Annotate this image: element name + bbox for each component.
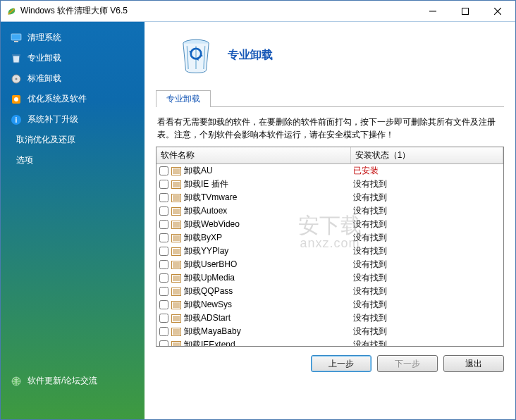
row-checkbox[interactable] — [159, 314, 168, 323]
col-status[interactable]: 安装状态（1） — [350, 147, 503, 164]
app-window: Windows 软件清理大师 V6.5 清理系统 专业卸载 标准卸载 优化系统及… — [0, 0, 516, 420]
software-name: 卸载QQPass — [184, 285, 233, 297]
svg-rect-45 — [172, 247, 181, 255]
row-checkbox[interactable] — [159, 273, 168, 283]
software-name: 卸载YYPlay — [184, 245, 228, 257]
sidebar-item-undo[interactable]: 取消优化及还原 — [1, 130, 145, 150]
list-item-icon — [171, 193, 181, 203]
table-row[interactable]: 卸载UpMedia没有找到 — [156, 271, 503, 285]
install-status: 没有找到 — [350, 325, 503, 338]
monitor-icon — [11, 32, 22, 44]
sidebar-item-clean[interactable]: 清理系统 — [1, 27, 145, 48]
sidebar-item-patch[interactable]: i 系统补丁升级 — [1, 109, 145, 130]
sidebar-item-label: 专业卸载 — [27, 52, 61, 64]
list-item-icon — [171, 327, 181, 337]
software-name: 卸载ByXP — [184, 232, 222, 244]
row-checkbox[interactable] — [159, 287, 168, 296]
svg-rect-50 — [172, 261, 181, 268]
svg-rect-6 — [12, 54, 20, 56]
software-name: 卸载UserBHO — [184, 259, 237, 271]
svg-rect-5 — [14, 41, 18, 42]
svg-rect-1 — [462, 8, 469, 14]
sidebar-item-pro-uninstall[interactable]: 专业卸载 — [1, 48, 145, 68]
sidebar-item-label: 选项 — [16, 154, 33, 166]
install-status: 没有找到 — [350, 204, 503, 218]
disc-icon — [11, 73, 22, 85]
svg-rect-4 — [11, 34, 21, 40]
tab-bar: 专业卸载 — [156, 89, 504, 107]
table-row[interactable]: 卸载IE 插件没有找到 — [156, 178, 503, 191]
list-item-icon — [171, 206, 181, 216]
tab-pro-uninstall[interactable]: 专业卸载 — [156, 90, 211, 107]
table-row[interactable]: 卸载ByXP没有找到 — [156, 231, 503, 245]
table-row[interactable]: 卸载TVmware没有找到 — [156, 191, 503, 204]
software-name: 卸载TVmware — [184, 192, 237, 204]
trash-icon — [11, 53, 22, 64]
list-item-icon — [171, 287, 181, 297]
main-panel: 专业卸载 专业卸载 看看有无需要卸载的软件，在要删除的软件前面打勾，按下一步即可… — [145, 22, 515, 419]
install-status: 没有找到 — [350, 338, 503, 347]
table-row[interactable]: 卸载MayaBaby没有找到 — [156, 325, 503, 338]
svg-rect-55 — [172, 274, 181, 282]
table-row[interactable]: 卸载YYPlay没有找到 — [156, 245, 503, 258]
svg-rect-15 — [172, 167, 181, 175]
software-table: 软件名称 安装状态（1） 卸载AU已安装卸载IE 插件没有找到卸载TVmware… — [156, 147, 503, 347]
globe-icon — [11, 376, 22, 387]
row-checkbox[interactable] — [159, 220, 168, 229]
software-name: 卸载Autoex — [184, 205, 227, 217]
list-item-icon — [171, 247, 181, 257]
software-name: 卸载NewSys — [184, 299, 232, 311]
install-status: 没有找到 — [350, 271, 503, 285]
software-name: 卸载UpMedia — [184, 272, 235, 284]
table-row[interactable]: 卸载AU已安装 — [156, 164, 503, 178]
row-checkbox[interactable] — [159, 260, 168, 269]
software-name: 卸载IEExtend — [184, 339, 235, 347]
table-row[interactable]: 卸载WebVideo没有找到 — [156, 218, 503, 231]
install-status: 没有找到 — [350, 258, 503, 271]
maximize-button[interactable] — [449, 1, 481, 21]
button-row: 上一步 下一步 退出 — [156, 355, 504, 372]
table-row[interactable]: 卸载NewSys没有找到 — [156, 298, 503, 311]
list-item-icon — [171, 273, 181, 283]
row-checkbox[interactable] — [159, 340, 168, 347]
row-checkbox[interactable] — [159, 166, 168, 175]
close-button[interactable] — [481, 1, 514, 21]
prev-button[interactable]: 上一步 — [311, 355, 371, 372]
instructions-text: 看看有无需要卸载的软件，在要删除的软件前面打勾，按下一步即可删除其所有文件及注册… — [157, 116, 503, 141]
install-status: 没有找到 — [350, 178, 503, 191]
col-name[interactable]: 软件名称 — [156, 147, 350, 164]
exit-button[interactable]: 退出 — [443, 355, 504, 372]
list-item-icon — [171, 180, 181, 190]
list-item-icon — [171, 260, 181, 270]
row-checkbox[interactable] — [159, 206, 168, 216]
install-status: 没有找到 — [350, 191, 503, 204]
table-row[interactable]: 卸载IEExtend没有找到 — [156, 338, 503, 347]
list-item-icon — [171, 166, 181, 176]
sidebar-footer-link[interactable]: 软件更新/论坛交流 — [1, 368, 145, 419]
row-checkbox[interactable] — [159, 193, 168, 202]
svg-rect-25 — [172, 194, 181, 202]
svg-rect-20 — [172, 180, 181, 188]
sidebar-footer-label: 软件更新/论坛交流 — [27, 375, 97, 387]
software-name: 卸载MayaBaby — [184, 326, 241, 338]
row-checkbox[interactable] — [159, 233, 168, 242]
sidebar-item-options[interactable]: 选项 — [1, 150, 145, 171]
page-title: 专业卸载 — [228, 48, 273, 63]
row-checkbox[interactable] — [159, 300, 168, 309]
install-status: 没有找到 — [350, 245, 503, 258]
software-table-container[interactable]: 软件名称 安装状态（1） 卸载AU已安装卸载IE 插件没有找到卸载TVmware… — [156, 147, 504, 347]
sidebar-item-optimize[interactable]: 优化系统及软件 — [1, 89, 145, 109]
table-row[interactable]: 卸载ADStart没有找到 — [156, 311, 503, 325]
row-checkbox[interactable] — [159, 247, 168, 256]
row-checkbox[interactable] — [159, 180, 168, 189]
table-row[interactable]: 卸载Autoex没有找到 — [156, 204, 503, 218]
table-row[interactable]: 卸载UserBHO没有找到 — [156, 258, 503, 271]
list-item-icon — [171, 220, 181, 230]
minimize-button[interactable] — [417, 1, 449, 21]
titlebar: Windows 软件清理大师 V6.5 — [1, 1, 515, 22]
list-item-icon — [171, 300, 181, 310]
table-row[interactable]: 卸载QQPass没有找到 — [156, 285, 503, 298]
next-button[interactable]: 下一步 — [377, 355, 438, 372]
sidebar-item-std-uninstall[interactable]: 标准卸载 — [1, 68, 145, 89]
row-checkbox[interactable] — [159, 327, 168, 336]
